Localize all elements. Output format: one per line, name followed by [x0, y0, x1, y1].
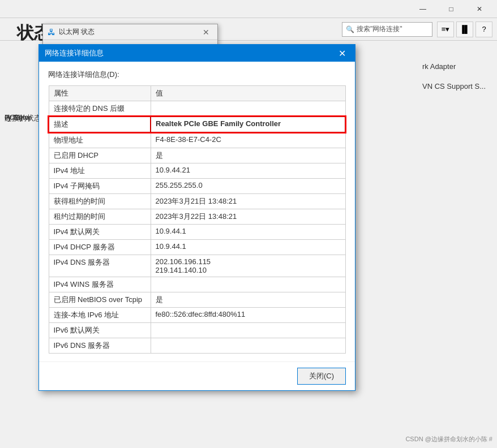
property-cell: IPv4 地址: [49, 163, 151, 179]
bg-title-controls: — □ ✕: [410, 0, 492, 18]
view-options-button[interactable]: ≡▾: [437, 21, 454, 37]
value-cell: [151, 323, 345, 338]
table-row: 连接特定的 DNS 后缀: [49, 101, 345, 117]
table-row: 连接-本地 IPv6 地址fe80::526:dfec:8ffd:480%11: [49, 308, 345, 323]
property-cell: 已启用 DHCP: [49, 148, 151, 163]
table-row: IPv4 子网掩码255.255.255.0: [49, 179, 345, 194]
detail-footer: 关闭(C): [39, 361, 355, 390]
property-cell: IPv6 DNS 服务器: [49, 338, 151, 354]
value-cell: 是: [151, 148, 345, 163]
property-cell: IPv4 WINS 服务器: [49, 277, 151, 292]
bg-close-button[interactable]: ✕: [466, 0, 492, 18]
property-cell: 连接特定的 DNS 后缀: [49, 101, 151, 117]
maximize-button[interactable]: □: [438, 0, 464, 18]
property-cell: 租约过期的时间: [49, 209, 151, 225]
value-cell: 202.106.196.115219.141.140.10: [151, 255, 345, 277]
value-cell: 10.9.44.1: [151, 225, 345, 240]
property-cell: 获得租约的时间: [49, 194, 151, 209]
property-cell: IPv4 默认网关: [49, 225, 151, 240]
table-row: 已启用 DHCP是: [49, 148, 345, 163]
table-row: IPv4 DNS 服务器202.106.196.115219.141.140.1…: [49, 255, 345, 277]
view-toggle-button[interactable]: ▐▌: [456, 21, 473, 37]
detail-table: 属性 值 连接特定的 DNS 后缀描述Realtek PCIe GBE Fami…: [48, 85, 346, 354]
table-row: IPv6 DNS 服务器: [49, 338, 345, 354]
value-cell: 10.9.44.1: [151, 240, 345, 255]
table-row: 租约过期的时间2023年3月22日 13:48:21: [49, 209, 345, 225]
table-row: IPv6 默认网关: [49, 323, 345, 338]
side-label-poe: POE): [5, 113, 23, 122]
detail-body: 网络连接详细信息(D): 属性 值 连接特定的 DNS 后缀描述Realtek …: [39, 62, 355, 361]
property-cell: 描述: [49, 117, 151, 132]
value-cell: [151, 338, 345, 354]
table-row: IPv4 WINS 服务器: [49, 277, 345, 292]
eth-status-close-button[interactable]: ✕: [199, 25, 213, 39]
value-cell: 2023年3月21日 13:48:21: [151, 194, 345, 209]
eth-status-title-bar: 🖧 以太网 状态 ✕: [43, 24, 217, 40]
adapter-label-1: rk Adapter: [422, 62, 486, 71]
search-icon: 🔍: [346, 25, 354, 33]
property-cell: 已启用 NetBIOS over Tcpip: [49, 292, 151, 308]
close-button[interactable]: 关闭(C): [297, 368, 346, 385]
detail-title-bar: 网络连接详细信息 ✕: [39, 45, 355, 62]
toolbar-icons: ≡▾ ▐▌ ?: [437, 21, 492, 37]
help-button[interactable]: ?: [475, 21, 492, 37]
search-box[interactable]: 🔍 搜索"网络连接": [342, 22, 432, 37]
property-cell: IPv4 DHCP 服务器: [49, 240, 151, 255]
property-cell: IPv6 默认网关: [49, 323, 151, 338]
minimize-button[interactable]: —: [410, 0, 436, 18]
value-cell: 255.255.255.0: [151, 179, 345, 194]
table-row: IPv4 默认网关10.9.44.1: [49, 225, 345, 240]
table-row: 描述Realtek PCIe GBE Family Controller: [49, 117, 345, 132]
table-row: IPv4 DHCP 服务器10.9.44.1: [49, 240, 345, 255]
value-cell: F4-8E-38-E7-C4-2C: [151, 132, 345, 148]
value-cell: Realtek PCIe GBE Family Controller: [151, 117, 345, 132]
detail-subtitle: 网络连接详细信息(D):: [48, 70, 346, 80]
property-cell: IPv4 子网掩码: [49, 179, 151, 194]
search-text: 搜索"网络连接": [357, 24, 402, 34]
adapter-label-2: VN CS Support S...: [422, 82, 486, 91]
value-cell: [151, 277, 345, 292]
eth-status-title-text: 以太网 状态: [59, 27, 196, 37]
value-cell: 是: [151, 292, 345, 308]
property-cell: 连接-本地 IPv6 地址: [49, 308, 151, 323]
adapter-labels: rk Adapter VN CS Support S...: [422, 62, 486, 91]
table-row: 物理地址F4-8E-38-E7-C4-2C: [49, 132, 345, 148]
value-header: 值: [151, 86, 345, 101]
detail-dialog-close-icon[interactable]: ✕: [335, 46, 349, 61]
table-row: 已启用 NetBIOS over Tcpip是: [49, 292, 345, 308]
value-cell: fe80::526:dfec:8ffd:480%11: [151, 308, 345, 323]
eth-status-icon: 🖧: [48, 28, 55, 37]
bg-title-bar: — □ ✕: [0, 0, 497, 18]
property-cell: IPv4 DNS 服务器: [49, 255, 151, 277]
value-cell: [151, 101, 345, 117]
detail-dialog: 网络连接详细信息 ✕ 网络连接详细信息(D): 属性 值 连接特定的 DNS 后…: [38, 44, 355, 391]
watermark: CSDN @边缘拼命划水的小陈 #: [405, 435, 492, 443]
detail-title-text: 网络连接详细信息: [45, 48, 331, 58]
value-cell: 10.9.44.21: [151, 163, 345, 179]
table-row: 获得租约的时间2023年3月21日 13:48:21: [49, 194, 345, 209]
property-cell: 物理地址: [49, 132, 151, 148]
table-row: IPv4 地址10.9.44.21: [49, 163, 345, 179]
property-header: 属性: [49, 86, 151, 101]
value-cell: 2023年3月22日 13:48:21: [151, 209, 345, 225]
